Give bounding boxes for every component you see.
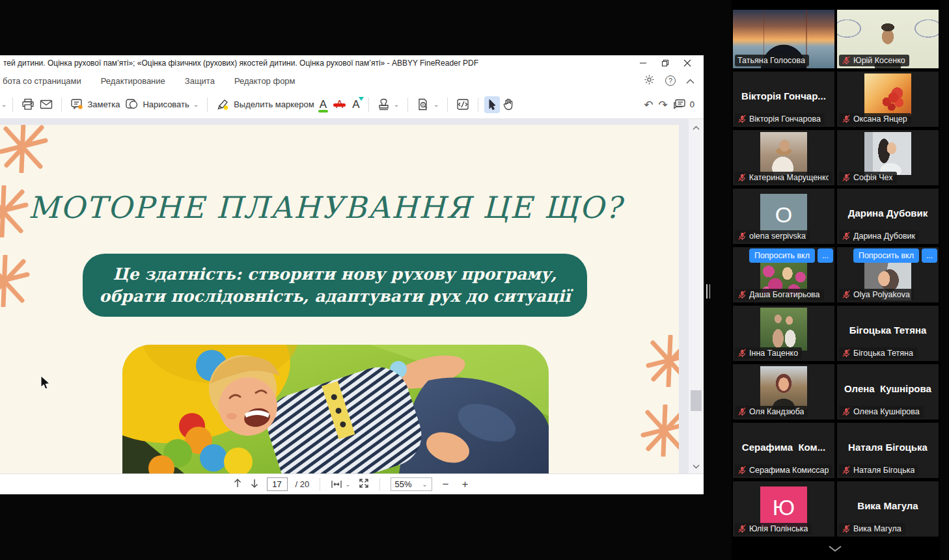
participant-name-text: Olya Polyakova <box>853 290 910 299</box>
next-page-button[interactable] <box>250 478 259 491</box>
participant-display-name: Вика Магула <box>837 500 939 511</box>
muted-mic-icon <box>737 173 747 182</box>
participant-name-label: olena serpivska <box>735 230 810 242</box>
participant-tile[interactable]: Попросить вкл...Даша Богатирьова <box>733 247 834 302</box>
window-titlebar: тей дитини. Оцінка рухової пам’яті»; «Оц… <box>0 55 704 71</box>
participant-photo <box>760 132 807 175</box>
participant-tile[interactable]: Олена КушніроваОлена Кушнірова <box>837 364 939 420</box>
participant-avatar: Ю <box>760 487 807 528</box>
participant-name-text: Бігоцька Тетяна <box>853 349 913 358</box>
participant-name-label: Оксана Янцер <box>839 113 911 125</box>
zoom-out-button[interactable]: − <box>440 478 452 491</box>
participants-collapse-chevron[interactable] <box>828 543 842 555</box>
settings-gear-icon[interactable] <box>644 74 655 88</box>
participant-tile[interactable]: Татьяна Голосова <box>733 10 834 68</box>
select-tool-button[interactable] <box>484 96 500 113</box>
participant-tile[interactable]: Серафима Ком...Серафима Комиссар <box>733 423 834 478</box>
more-options-button[interactable]: ... <box>818 248 833 263</box>
menu-edit[interactable]: Редактирование <box>101 76 165 86</box>
panel-divider-handle[interactable] <box>706 284 710 299</box>
muted-mic-icon <box>842 524 851 533</box>
slide-callout-line1: Це здатність: створити нову рухову прогр… <box>113 263 557 286</box>
participant-name-label: Інна Таценко <box>735 347 802 359</box>
print-button[interactable] <box>19 96 37 113</box>
participant-name-label: Вика Магула <box>839 523 905 535</box>
participant-name-text: Олена Кушнірова <box>853 407 920 416</box>
participant-name-text: Наталя Бігоцька <box>853 466 915 475</box>
ask-to-unmute-button[interactable]: Попросить вкл <box>749 248 815 263</box>
participant-display-name: Вікторія Гончар... <box>733 90 834 101</box>
search-document-button[interactable]: A ⌄ <box>414 96 441 113</box>
participant-tile[interactable]: Вікторія Гончар...Вікторія Гончарова <box>733 72 834 127</box>
participant-display-name: Дарина Дубовик <box>837 207 939 219</box>
stamp-button[interactable]: ⌄ <box>375 96 402 113</box>
participant-tile[interactable]: Бігоцька ТетянаБігоцька Тетяна <box>837 306 939 361</box>
text-color-button[interactable]: A <box>317 96 329 113</box>
participant-tile[interactable]: Наталя БігоцькаНаталя Бігоцька <box>837 423 939 478</box>
participant-name-text: Даша Богатирьова <box>749 290 820 299</box>
participant-tile[interactable]: Попросить вкл...Olya Polyakova <box>837 247 939 302</box>
insert-text-button[interactable]: A <box>350 96 362 113</box>
decor-star-icon <box>0 125 49 173</box>
help-icon[interactable]: ? <box>665 75 676 86</box>
undo-button[interactable]: ↶ <box>641 96 655 114</box>
muted-mic-icon <box>842 173 851 182</box>
pdf-content-area: МОТОРНЕ ПЛАНУВАННЯ ЦЕ ЩО? Це здатність: … <box>0 119 704 473</box>
hand-tool-button[interactable] <box>500 96 517 113</box>
zoom-in-button[interactable]: + <box>460 478 471 491</box>
menu-protection[interactable]: Защита <box>185 76 215 86</box>
ask-to-unmute-button[interactable]: Попросить вкл <box>853 248 919 263</box>
draw-button[interactable]: Нарисовать ⌄ <box>122 96 201 113</box>
toolbar-overflow-chevron[interactable]: ⌄ <box>1 101 7 108</box>
page-number-input[interactable] <box>267 477 288 491</box>
pdf-page: МОТОРНЕ ПЛАНУВАННЯ ЦЕ ЩО? Це здатність: … <box>0 125 679 473</box>
participant-tile[interactable]: Катерина Марущенко <box>733 130 834 185</box>
toolbar: ⌄ Заметка Нарис <box>0 90 704 119</box>
muted-mic-icon <box>842 407 851 416</box>
email-button[interactable] <box>37 97 55 112</box>
fit-width-button[interactable]: ⌄ <box>331 479 350 489</box>
participant-name-text: Інна Таценко <box>749 349 798 358</box>
close-button[interactable] <box>676 55 698 71</box>
participant-tile[interactable]: ЮЮлія Полінська <box>733 481 834 537</box>
zoom-select[interactable]: 55% ⌄ <box>391 477 432 491</box>
convert-button[interactable] <box>454 96 472 113</box>
participant-tile[interactable]: Юрій Косенко <box>837 10 939 68</box>
prev-page-button[interactable] <box>233 478 242 491</box>
comments-button[interactable]: 0 <box>670 96 697 113</box>
scrollbar-thumb[interactable] <box>691 390 702 411</box>
restore-button[interactable] <box>654 55 676 71</box>
participant-tile[interactable]: Оля Кандзюба <box>733 364 834 420</box>
minimize-button[interactable] <box>632 55 654 71</box>
participant-name-label: Даша Богатирьова <box>735 289 824 300</box>
participant-tile[interactable]: Інна Таценко <box>733 306 834 361</box>
highlighter-button[interactable]: Выделить маркером <box>213 96 316 113</box>
pdf-scrollbar[interactable] <box>689 119 704 473</box>
muted-mic-icon <box>842 290 851 299</box>
redo-button[interactable]: ↷ <box>656 96 670 114</box>
scroll-up-icon[interactable] <box>689 121 704 133</box>
participant-display-name: Серафима Ком... <box>733 442 834 453</box>
menu-forms[interactable]: Редактор форм <box>234 76 296 86</box>
participant-tile[interactable]: Софія Чех <box>837 130 939 185</box>
note-button[interactable]: Заметка <box>68 96 122 113</box>
participant-name-label: Юрій Косенко <box>839 55 909 66</box>
collapse-ribbon-icon[interactable] <box>686 75 695 87</box>
participant-tile[interactable]: Oolena serpivska <box>733 189 834 244</box>
participants-grid: Татьяна ГолосоваЮрій КосенкоВікторія Гон… <box>733 10 940 537</box>
menu-pages[interactable]: бота со страницами <box>3 76 81 86</box>
fullscreen-button[interactable] <box>359 478 369 491</box>
decor-star-icon <box>644 335 679 387</box>
more-options-button[interactable]: ... <box>922 248 937 263</box>
muted-mic-icon <box>737 114 747 124</box>
participant-tile[interactable]: Дарина ДубовикДарина Дубовик <box>837 189 939 244</box>
muted-mic-icon <box>737 232 747 241</box>
participant-tile[interactable]: Оксана Янцер <box>837 72 939 127</box>
scroll-down-icon[interactable] <box>689 460 704 472</box>
mouse-cursor <box>40 375 51 391</box>
participant-photo <box>760 366 807 409</box>
slide-callout-box: Це здатність: створити нову рухову прогр… <box>83 254 587 317</box>
participant-name-label: Дарина Дубовик <box>839 230 919 242</box>
participant-tile[interactable]: Вика МагулаВика Магула <box>837 481 939 537</box>
strikethrough-button[interactable]: A <box>333 96 346 113</box>
